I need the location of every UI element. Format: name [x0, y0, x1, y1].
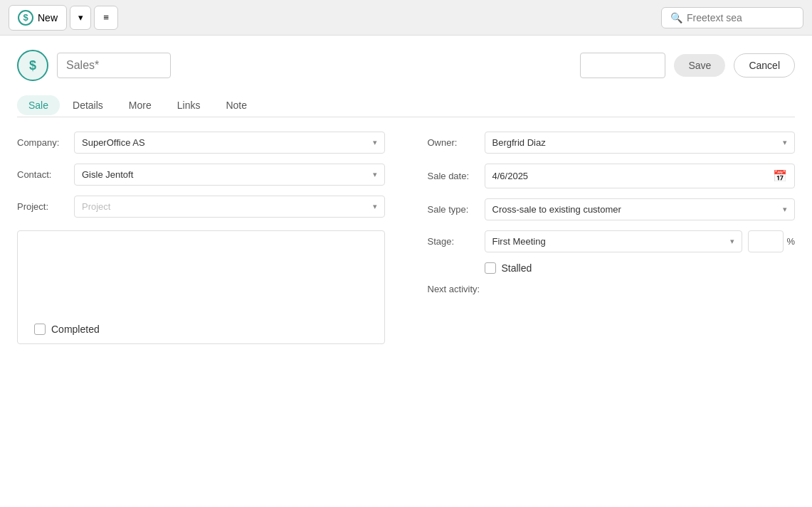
contact-label: Contact:	[17, 169, 74, 180]
next-activity-row: Next activity:	[428, 284, 796, 294]
entity-dollar-icon: $	[29, 58, 36, 73]
amount-input[interactable]: 0	[580, 53, 665, 78]
main-wrapper: $ 0 Save Cancel Sale Details More Links …	[17, 50, 795, 356]
company-label: Company:	[17, 137, 74, 148]
cancel-button[interactable]: Cancel	[734, 53, 795, 78]
chevron-down-icon: ▾	[78, 12, 83, 23]
new-label: New	[38, 12, 58, 23]
sale-type-row: Sale type: Cross-sale to existing custom…	[428, 198, 796, 220]
company-chevron-icon: ▾	[373, 138, 377, 147]
topbar: $ New ▾ ≡ 🔍	[0, 0, 812, 36]
sale-date-control: 4/6/2025 📅	[485, 164, 796, 188]
tab-sale[interactable]: Sale	[17, 95, 60, 115]
new-dropdown-button[interactable]: ▾	[70, 6, 91, 30]
stage-select[interactable]: First Meeting ▾	[485, 230, 743, 252]
owner-row: Owner: Bergfrid Diaz ▾	[428, 132, 796, 154]
header-left: $	[17, 50, 171, 81]
completed-row: Completed	[34, 324, 100, 335]
tabs: Sale Details More Links Note	[17, 94, 795, 117]
stage-inner-row: First Meeting ▾ 20 %	[485, 230, 796, 252]
company-value: SuperOffice AS	[82, 137, 145, 148]
dollar-icon: $	[18, 10, 33, 26]
search-bar: 🔍	[661, 7, 803, 28]
stalled-label: Stalled	[502, 262, 532, 274]
stage-label: Stage:	[428, 236, 485, 247]
percent-label: %	[786, 236, 795, 247]
contact-select[interactable]: Gisle Jentoft ▾	[74, 164, 385, 186]
tab-note[interactable]: Note	[213, 94, 260, 117]
sale-date-label: Sale date:	[428, 171, 485, 181]
sale-type-chevron-icon: ▾	[783, 205, 787, 214]
form-right: Owner: Bergfrid Diaz ▾ Sale date: 4/6/20…	[406, 132, 796, 304]
project-control: Project ▾	[74, 196, 385, 218]
owner-control: Bergfrid Diaz ▾	[485, 132, 796, 154]
new-button[interactable]: $ New	[9, 5, 67, 31]
company-select[interactable]: SuperOffice AS ▾	[74, 132, 385, 154]
stalled-checkbox[interactable]	[485, 262, 496, 274]
project-select[interactable]: Project ▾	[74, 196, 385, 218]
main-content: $ 0 Save Cancel Sale Details More Links …	[0, 36, 812, 507]
contact-value: Gisle Jentoft	[82, 169, 133, 180]
sale-type-value: Cross-sale to existing customer	[492, 204, 621, 215]
title-input[interactable]	[57, 53, 171, 78]
tab-links[interactable]: Links	[164, 94, 213, 117]
header-row: $ 0 Save Cancel	[17, 50, 795, 81]
owner-value: Bergfrid Diaz	[492, 137, 546, 148]
owner-select[interactable]: Bergfrid Diaz ▾	[485, 132, 796, 154]
search-icon: 🔍	[670, 12, 682, 23]
filter-icon: ≡	[103, 12, 109, 23]
completed-checkbox[interactable]	[34, 324, 46, 335]
sale-type-select[interactable]: Cross-sale to existing customer ▾	[485, 198, 796, 220]
stage-row: Stage: First Meeting ▾ 20 %	[428, 230, 796, 252]
project-row: Project: Project ▾	[17, 196, 385, 218]
stalled-row: Stalled	[485, 262, 796, 274]
form-grid: Company: SuperOffice AS ▾ Contact: Gisle…	[17, 132, 795, 356]
stage-control: First Meeting ▾ 20 %	[485, 230, 796, 252]
sale-date-row: Sale date: 4/6/2025 📅	[428, 164, 796, 188]
tab-more[interactable]: More	[116, 94, 164, 117]
percent-field: 20 %	[748, 230, 795, 252]
sale-date-field[interactable]: 4/6/2025 📅	[485, 164, 796, 188]
save-button[interactable]: Save	[674, 54, 725, 77]
owner-chevron-icon: ▾	[783, 138, 787, 147]
header-right: 0 Save Cancel	[580, 53, 795, 78]
calendar-icon: 📅	[773, 169, 787, 183]
company-control: SuperOffice AS ▾	[74, 132, 385, 154]
topbar-left: $ New ▾ ≡	[9, 5, 118, 31]
stage-chevron-icon: ▾	[730, 237, 734, 246]
contact-control: Gisle Jentoft ▾	[74, 164, 385, 186]
filter-button[interactable]: ≡	[94, 6, 118, 30]
owner-label: Owner:	[428, 137, 485, 148]
sale-type-control: Cross-sale to existing customer ▾	[485, 198, 796, 220]
percent-input[interactable]: 20	[748, 230, 784, 252]
completed-label: Completed	[51, 324, 100, 335]
entity-icon: $	[17, 50, 48, 81]
project-chevron-icon: ▾	[373, 202, 377, 211]
search-input[interactable]	[687, 12, 794, 23]
project-label: Project:	[17, 201, 74, 212]
company-row: Company: SuperOffice AS ▾	[17, 132, 385, 154]
sale-date-value: 4/6/2025	[492, 171, 529, 181]
stage-value: First Meeting	[492, 236, 546, 247]
contact-chevron-icon: ▾	[373, 170, 377, 179]
contact-row: Contact: Gisle Jentoft ▾	[17, 164, 385, 186]
next-activity-label: Next activity:	[428, 284, 485, 294]
tab-details[interactable]: Details	[60, 94, 116, 117]
form-left: Company: SuperOffice AS ▾ Contact: Gisle…	[17, 132, 406, 356]
sale-type-label: Sale type:	[428, 204, 485, 215]
project-placeholder: Project	[82, 201, 110, 212]
